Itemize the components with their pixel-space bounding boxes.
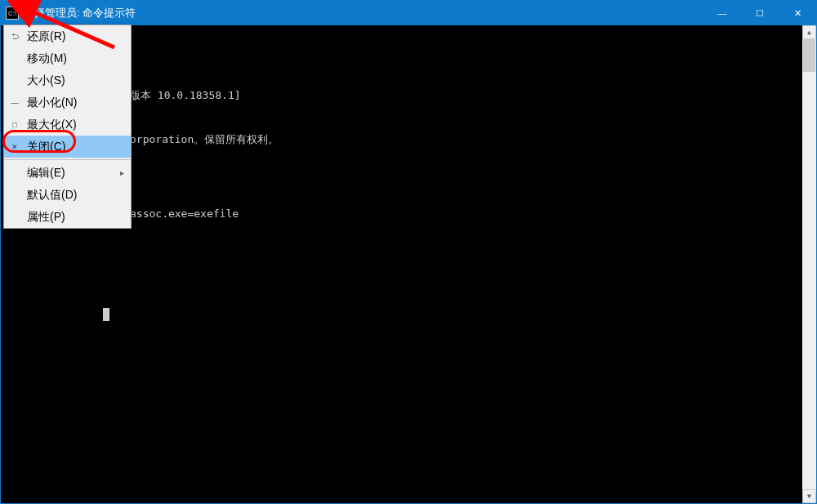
app-icon-text: C:\ xyxy=(8,10,16,17)
app-icon[interactable]: C:\ xyxy=(6,7,19,20)
menu-size[interactable]: 大小(S) xyxy=(4,69,131,91)
maximize-icon: □ xyxy=(7,121,22,129)
minimize-icon: — xyxy=(7,99,22,107)
submenu-arrow-icon: ▸ xyxy=(120,168,124,177)
menu-edit[interactable]: 编辑(E) ▸ xyxy=(4,162,131,184)
close-button[interactable]: ✕ xyxy=(779,1,816,25)
window-title: 选择管理员: 命令提示符 xyxy=(24,6,703,20)
scroll-up-arrow[interactable]: ▲ xyxy=(802,25,816,39)
console-line: assoc.exe=exefile xyxy=(130,207,810,221)
maximize-button[interactable]: ☐ xyxy=(741,1,779,25)
menu-label: 大小(S) xyxy=(27,74,124,88)
vertical-scrollbar[interactable]: ▲ ▼ xyxy=(802,25,816,503)
menu-label: 最小化(N) xyxy=(27,96,124,110)
menu-label: 默认值(D) xyxy=(27,188,124,203)
window-controls: — ☐ ✕ xyxy=(703,1,816,25)
menu-maximize[interactable]: □ 最大化(X) xyxy=(4,114,131,136)
menu-label: 编辑(E) xyxy=(27,166,120,181)
menu-label: 属性(P) xyxy=(27,210,124,225)
menu-divider xyxy=(5,159,130,160)
console-line: orporation。保留所有权利。 xyxy=(130,132,810,147)
menu-restore[interactable]: ⮌ 还原(R) xyxy=(4,25,131,47)
close-icon: ✕ xyxy=(7,143,22,151)
scroll-down-arrow[interactable]: ▼ xyxy=(802,489,816,503)
menu-move[interactable]: 移动(M) xyxy=(4,47,131,69)
scroll-thumb[interactable] xyxy=(803,39,815,72)
menu-label: 移动(M) xyxy=(27,51,124,66)
menu-label: 还原(R) xyxy=(27,29,124,44)
titlebar[interactable]: C:\ 选择管理员: 命令提示符 — ☐ ✕ xyxy=(1,1,816,25)
console-line: 版本 10.0.18358.1] xyxy=(130,88,810,103)
system-menu: ⮌ 还原(R) 移动(M) 大小(S) — 最小化(N) □ 最大化(X) ✕ … xyxy=(3,25,132,229)
menu-minimize[interactable]: — 最小化(N) xyxy=(4,91,131,114)
restore-icon: ⮌ xyxy=(7,33,22,41)
scroll-track[interactable] xyxy=(802,39,816,489)
minimize-button[interactable]: — xyxy=(703,1,741,25)
menu-properties[interactable]: 属性(P) xyxy=(4,206,131,228)
menu-close[interactable]: ✕ 关闭(C) xyxy=(4,136,131,158)
menu-label: 最大化(X) xyxy=(27,118,124,132)
menu-defaults[interactable]: 默认值(D) xyxy=(4,184,131,206)
menu-label: 关闭(C) xyxy=(27,140,124,154)
text-cursor xyxy=(103,308,109,321)
